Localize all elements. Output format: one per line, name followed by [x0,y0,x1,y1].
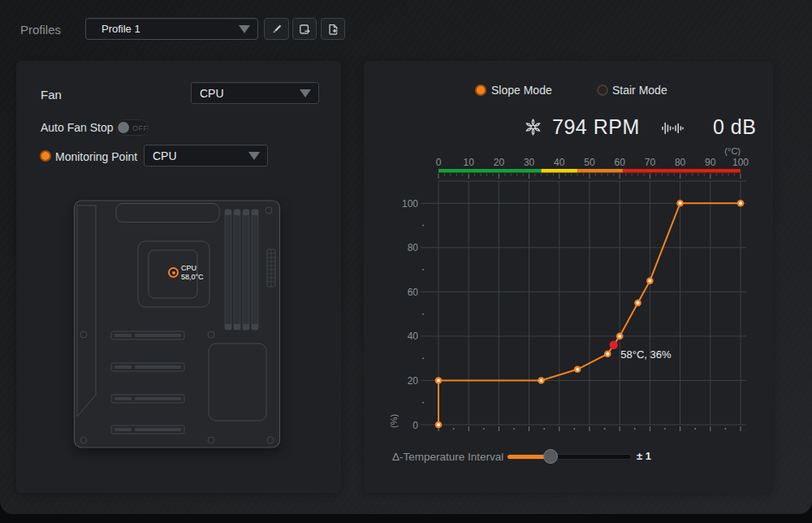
interval-slider[interactable] [507,454,632,460]
monitoring-point-label: Monitoring Point [55,150,137,163]
profiles-label: Profiles [20,23,61,37]
fan-curve-chart[interactable]: 0102030405060708090100(°C)020406080100(%… [388,142,763,439]
fan-curve-panel: Slope Mode Stair Mode 794 RPM [364,61,773,493]
chevron-down-icon [248,152,260,160]
profile-dropdown[interactable]: Profile 1 [85,18,258,40]
fan-settings-panel: Fan CPU Auto Fan Stop OFF Monitoring Poi… [16,61,341,493]
slope-mode-radio[interactable] [475,84,486,96]
monitoring-point-dropdown[interactable]: CPU [144,145,268,166]
noise-level-icon [661,121,684,136]
y-axis-tick-label: 0 [412,420,418,431]
monitoring-point-dropdown-value: CPU [145,149,177,162]
fan-dropdown[interactable]: CPU [191,82,319,104]
y-axis-unit-label: (%) [389,414,399,428]
fan-label: Fan [41,88,62,102]
pencil-icon [270,23,283,36]
export-profile-icon [298,23,311,36]
x-axis-unit-label: (°C) [724,146,741,156]
temp-ruler-tick-label: 10 [464,157,475,168]
motherboard-diagram [71,197,283,451]
y-axis-tick-label: 100 [402,198,418,210]
chart-axes: 020406080100(%) [389,198,741,431]
y-axis-tick-label: 40 [408,331,419,342]
interval-slider-thumb[interactable] [543,449,558,464]
y-axis-tick-label: 60 [408,287,419,298]
y-axis-tick-label: 80 [408,242,419,253]
temp-ruler-tick-label: 100 [732,157,749,168]
temp-ruler-segment [623,169,741,173]
temp-ruler-tick-label: 40 [554,157,565,168]
cpu-sensor-marker[interactable] [168,267,179,278]
y-axis-tick-label: 20 [408,375,419,387]
edit-profile-button[interactable] [264,18,289,40]
temp-ruler-tick-label: 20 [494,157,505,168]
auto-fan-stop-toggle[interactable]: OFF [115,119,149,136]
export-profile-button[interactable] [292,18,317,40]
temp-ruler-tick-label: 80 [675,157,686,168]
noise-level-value: 0 dB [713,115,756,139]
fan-icon [523,117,543,137]
current-operating-point[interactable] [610,341,618,349]
chevron-down-icon [239,25,250,33]
stair-mode-label[interactable]: Stair Mode [612,84,667,97]
interval-slider-label: Δ-Temperature Interval [392,451,503,463]
temp-ruler-tick-label: 70 [645,157,656,168]
chevron-down-icon [300,89,311,97]
slope-mode-label[interactable]: Slope Mode [491,84,552,97]
current-point-label: 58°C, 36% [620,348,672,361]
import-profile-icon [326,23,339,36]
import-profile-button[interactable] [321,18,345,40]
cpu-sensor-temperature: 58,0°C [181,274,204,281]
stair-mode-radio[interactable] [597,84,608,96]
toggle-state-label: OFF [132,124,149,132]
temp-ruler: 0102030405060708090100(°C) [436,146,749,179]
temp-ruler-segment [541,169,577,173]
temp-ruler-segment [438,169,541,173]
temp-ruler-tick-label: 50 [584,157,595,168]
temp-ruler-segment [577,169,623,173]
temp-ruler-tick-label: 90 [705,157,716,168]
chart-grid [421,181,746,425]
toggle-knob [118,122,129,133]
temp-ruler-tick-label: 30 [524,157,535,168]
fan-dropdown-value: CPU [192,87,224,100]
cpu-sensor-name: CPU [181,265,197,272]
auto-fan-stop-label: Auto Fan Stop [41,121,114,134]
app-window: Profiles Profile 1 Fan CPU [0,0,812,514]
temp-ruler-tick-label: 0 [436,157,442,168]
monitoring-point-radio[interactable] [40,150,51,162]
interval-slider-value: ± 1 [637,450,651,462]
fan-speed-value: 794 RPM [552,115,640,139]
profile-dropdown-value: Profile 1 [86,23,140,35]
temp-ruler-tick-label: 60 [615,157,626,168]
